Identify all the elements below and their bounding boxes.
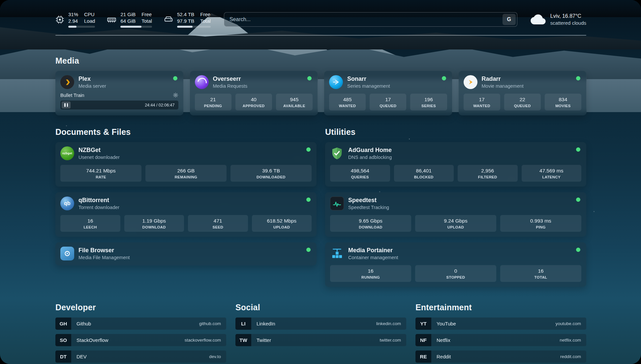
- status-dot: [576, 147, 580, 152]
- section-documents: Documents & Files nzbget NZBGet Usenet d…: [55, 127, 317, 287]
- bookmark-reddit[interactable]: RE Reddit reddit.com: [415, 350, 586, 363]
- service-card-overseerr[interactable]: Overseerr Media Requests 21 PENDING 40 A…: [190, 71, 318, 115]
- plex-now-playing: Bullet Train 24:44 / 02:06:47: [60, 92, 178, 109]
- section-media: Media Plex Media server: [55, 56, 586, 115]
- bookmark-url: reddit.com: [560, 354, 581, 359]
- section-title-entertainment: Entertainment: [415, 303, 586, 312]
- stat-latency: 47.569 ms LATENCY: [522, 165, 582, 182]
- bookmark-name: YouTube: [437, 321, 456, 326]
- stat-wanted: 485 WANTED: [329, 94, 366, 110]
- service-subtitle: Speedtest Tracking: [348, 205, 389, 210]
- service-subtitle: Media File Management: [78, 255, 130, 260]
- status-dot: [576, 248, 580, 252]
- stat-queued: 22 QUEUED: [504, 94, 541, 110]
- bookmark-name: Netflix: [437, 337, 450, 343]
- memory-widget: 21 GiB 64 GiB Free Total: [107, 11, 152, 28]
- stat-download: 9.65 Gbps DOWNLOAD: [330, 215, 411, 232]
- bookmark-url: netflix.com: [560, 338, 581, 343]
- service-name: File Browser: [78, 247, 130, 254]
- bookmark-abbr: LI: [235, 318, 251, 330]
- bookmark-netflix[interactable]: NF Netflix netflix.com: [415, 334, 586, 346]
- service-card-sonarr[interactable]: Sonarr Series management 485 WANTED 17 Q…: [324, 71, 452, 115]
- stat-downloaded: 39.6 TB DOWNLOADED: [230, 165, 312, 182]
- weather-location: Lviv, 16.87°C: [550, 13, 586, 20]
- filebrowser-icon: [60, 247, 74, 260]
- service-subtitle: Torrent downloader: [78, 205, 119, 210]
- bookmark-abbr: NF: [415, 334, 431, 346]
- bookmark-abbr: SO: [55, 334, 71, 346]
- now-playing-title: Bullet Train: [60, 93, 84, 98]
- disk-progress-bar: [177, 26, 211, 28]
- bookmark-name: StackOverflow: [76, 337, 108, 343]
- adguard-icon: [330, 146, 344, 160]
- bookmark-url: stackoverflow.com: [185, 338, 221, 343]
- cpu-widget: 31% 2.94 CPU Load: [55, 11, 95, 28]
- stat-seed: 471 SEED: [188, 215, 248, 232]
- stat-blocked: 86,401 BLOCKED: [394, 165, 454, 182]
- bookmark-stackoverflow[interactable]: SO StackOverflow stackoverflow.com: [55, 334, 226, 346]
- weather-widget: Lviv, 16.87°C scattered clouds: [531, 13, 586, 26]
- status-dot: [306, 197, 311, 202]
- service-name: Media Portainer: [348, 247, 398, 254]
- service-name: Speedtest: [348, 197, 389, 204]
- stat-rate: 744.21 Mbps RATE: [60, 165, 141, 182]
- status-dot: [306, 248, 311, 252]
- service-name: Plex: [78, 76, 106, 83]
- bookmark-name: Twitter: [257, 337, 271, 343]
- stat-series: 196 SERIES: [410, 94, 447, 110]
- service-card-speedtest[interactable]: Speedtest Speedtest Tracking 9.65 Gbps D…: [325, 192, 586, 237]
- bookmark-name: Reddit: [437, 354, 451, 359]
- service-card-plex[interactable]: Plex Media server Bullet Train: [55, 71, 183, 115]
- homepage-dashboard: 31% 2.94 CPU Load: [0, 0, 641, 364]
- bookmark-name: LinkedIn: [257, 321, 275, 326]
- service-name: Overseerr: [213, 76, 248, 83]
- service-card-qbittorrent[interactable]: qb qBittorrent Torrent downloader 16: [55, 192, 317, 237]
- snow-specks: [0, 0, 1, 1]
- bookmark-url: dev.to: [209, 354, 221, 359]
- service-card-radarr[interactable]: Radarr Movie management 17 WANTED 22 QUE…: [459, 71, 587, 115]
- bookmark-abbr: RE: [415, 350, 431, 363]
- bookmark-twitter[interactable]: TW Twitter twitter.com: [235, 334, 406, 346]
- service-subtitle: Media server: [78, 83, 106, 89]
- search-input[interactable]: [224, 12, 517, 27]
- stat-ping: 0.993 ms PING: [500, 215, 581, 232]
- bookmark-abbr: GH: [55, 318, 71, 330]
- stat-upload: 618.52 Mbps UPLOAD: [252, 215, 312, 232]
- pause-icon[interactable]: [62, 102, 71, 108]
- radarr-icon: [464, 75, 477, 89]
- stat-pending: 21 PENDING: [195, 94, 231, 110]
- section-social: Social LI LinkedIn linkedin.com TW Twitt…: [235, 303, 406, 363]
- bookmark-abbr: TW: [235, 334, 251, 346]
- bookmark-github[interactable]: GH Github github.com: [55, 318, 226, 330]
- section-title-media: Media: [55, 56, 586, 66]
- service-card-nzbget[interactable]: nzbget NZBGet Usenet downloader 744.21 M…: [55, 142, 317, 187]
- bookmark-url: youtube.com: [556, 321, 581, 326]
- disk-values: 52.4 TB 97.9 TB: [177, 11, 194, 24]
- service-subtitle: Container management: [348, 255, 398, 260]
- bookmark-linkedin[interactable]: LI LinkedIn linkedin.com: [235, 318, 406, 330]
- stat-movies: 834 MOVIES: [545, 94, 581, 110]
- header-divider: [55, 35, 586, 36]
- cloud-icon: [531, 13, 546, 26]
- bookmark-name: DEV: [76, 354, 87, 359]
- service-card-adguard[interactable]: AdGuard Home DNS and adblocking 498,564 …: [325, 142, 586, 187]
- service-card-filebrowser[interactable]: File Browser Media File Management: [55, 242, 317, 265]
- bookmark-abbr: DT: [55, 350, 71, 363]
- nzbget-icon: nzbget: [60, 146, 74, 160]
- bookmark-url: github.com: [199, 321, 221, 326]
- status-dot: [306, 147, 311, 152]
- stat-filtered: 2,956 FILTERED: [458, 165, 518, 182]
- section-title-social: Social: [235, 303, 406, 312]
- playback-progress-bar[interactable]: 24:44 / 02:06:47: [60, 101, 178, 109]
- cpu-values: 31% 2.94: [68, 11, 78, 24]
- search-provider-button[interactable]: G: [503, 14, 516, 25]
- service-card-portainer[interactable]: Media Portainer Container management 16 …: [325, 242, 586, 287]
- service-name: Sonarr: [347, 76, 390, 83]
- bookmark-dev[interactable]: DT DEV dev.to: [55, 350, 226, 363]
- status-dot: [442, 76, 446, 80]
- memory-progress-bar: [120, 26, 152, 28]
- status-dot: [576, 197, 580, 202]
- gear-icon[interactable]: [173, 92, 178, 98]
- memory-icon: [107, 15, 116, 24]
- bookmark-youtube[interactable]: YT YouTube youtube.com: [415, 318, 586, 330]
